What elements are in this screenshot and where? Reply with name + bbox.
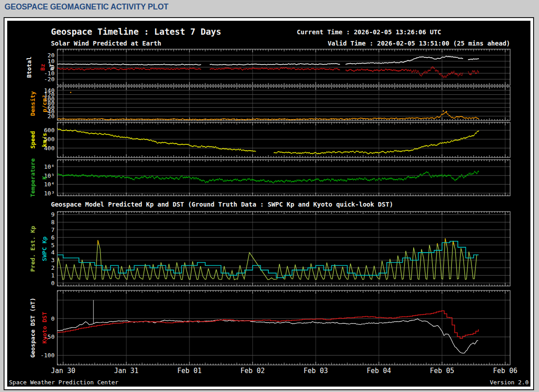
y-axis-label-kp-index-1: SWPC Kp — [41, 236, 48, 261]
footer-credit: Space Weather Prediction Center — [9, 379, 119, 386]
x-tick-label-4: Feb 03 — [304, 367, 328, 375]
y-axis-label-solar-wind-temperature-0: Temperature — [29, 158, 36, 197]
series-speed — [57, 129, 479, 154]
section2-title: Geospace Model Predicted Kp and DST (Gro… — [51, 201, 393, 208]
outlier-point — [70, 92, 71, 93]
y-tick-label: 5 — [51, 242, 55, 249]
y-tick-label: 0 — [51, 315, 55, 322]
y-tick-label: 20 — [47, 113, 55, 120]
x-tick-label-6: Feb 05 — [430, 367, 454, 375]
plot-frame: Geospace Timeline : Latest 7 DaysCurrent… — [4, 17, 534, 390]
page-title: GEOSPACE GEOMAGNETIC ACTIVITY PLOT — [5, 2, 168, 12]
series-temperature — [57, 171, 479, 183]
plot-title: Geospace Timeline : Latest 7 Days — [51, 27, 221, 37]
page: { "header": { "title": "GEOSPACE GEOMAGN… — [0, 0, 539, 392]
y-axis-label-solar-wind-b-2: nT — [48, 64, 55, 71]
series-kyoto-dst — [57, 311, 479, 338]
y-tick-label: 10⁴ — [44, 181, 55, 188]
y-axis-label-kp-index-0: Pred. Est. Kp — [29, 226, 36, 272]
hour-ticks — [58, 291, 508, 365]
hour-ticks — [58, 87, 508, 120]
panel-solar-wind-density: 14012010080604020Densityp/cm³ — [29, 87, 510, 120]
y-tick-label: 1 — [51, 272, 55, 279]
plot-canvas: Geospace Timeline : Latest 7 DaysCurrent… — [7, 21, 530, 387]
y-tick-label: -20 — [44, 76, 55, 83]
series-btotal — [57, 56, 479, 65]
outlier-point — [442, 111, 444, 112]
series-bz — [57, 67, 479, 78]
y-tick-label: 10³ — [44, 190, 55, 197]
y-axis-label-solar-wind-b-1: Bz — [39, 64, 46, 71]
y-axis-label-dst-index-1: Kyoto DST — [41, 312, 48, 344]
series-pred-est-kp — [56, 239, 477, 280]
y-axis-label-solar-wind-speed-0: Speed — [29, 131, 36, 148]
y-tick-label: -100 — [41, 352, 55, 359]
panel-solar-wind-temperature: 10⁶10⁵10⁴10³TemperatureK — [29, 158, 510, 197]
y-tick-label: 6 — [51, 234, 55, 241]
series-geospace-dst — [57, 319, 478, 353]
y-axis-label-dst-index-0: Geospace DST (nT) — [29, 298, 36, 358]
panel-dst-index: 0-50-100Geospace DST (nT)Kyoto DST — [29, 291, 510, 365]
panel-solar-wind-speed: 600500400Speedkm/s — [29, 122, 510, 157]
y-tick-label: 8 — [51, 219, 55, 226]
current-time: Current Time : 2026-02-05 13:26:06 UTC — [297, 28, 441, 36]
y-tick-label: 4 — [51, 249, 55, 256]
panel-solar-wind-b: 20100-10-20BtotalBznT — [26, 49, 510, 85]
valid-time: Valid Time : 2026-02-05 13:51:00 (25 min… — [327, 40, 510, 47]
y-axis-label-solar-wind-temperature-1: K — [41, 176, 48, 180]
hour-ticks — [58, 122, 508, 157]
y-axis-label-solar-wind-speed-1: km/s — [41, 133, 48, 147]
y-tick-label: 7 — [51, 226, 55, 233]
x-tick-label-5: Feb 04 — [367, 367, 391, 375]
panel-kp-index: 9876543210Pred. Est. KpSWPC Kp — [29, 211, 510, 286]
plot-subtitle: Solar Wind Predicted at Earth — [51, 40, 161, 47]
x-tick-label-3: Feb 02 — [240, 367, 265, 375]
y-axis-label-solar-wind-density-0: Density — [29, 91, 36, 116]
outlier-point — [446, 111, 447, 112]
x-tick-label-2: Feb 01 — [177, 367, 202, 375]
series-pred-kp-overflow — [56, 239, 477, 280]
y-tick-label: 2 — [51, 264, 55, 271]
geospace-timeline-plot: Geospace Timeline : Latest 7 DaysCurrent… — [7, 21, 530, 387]
y-tick-label: 600 — [44, 127, 55, 134]
x-tick-label-7: Feb 06 — [493, 367, 517, 375]
y-axis-label-solar-wind-density-1: p/cm³ — [41, 95, 48, 112]
y-tick-label: 3 — [51, 257, 55, 263]
y-axis-label-solar-wind-b-0: Btotal — [26, 57, 32, 78]
x-tick-label-0: Jan 30 — [51, 367, 75, 375]
y-tick-label: 10⁶ — [44, 163, 55, 170]
x-tick-label-1: Jan 31 — [114, 367, 138, 375]
y-tick-label: 9 — [51, 211, 55, 218]
y-tick-label: 0 — [51, 280, 55, 286]
footer-version: Version 2.0 — [490, 379, 529, 386]
hour-ticks — [58, 212, 508, 286]
